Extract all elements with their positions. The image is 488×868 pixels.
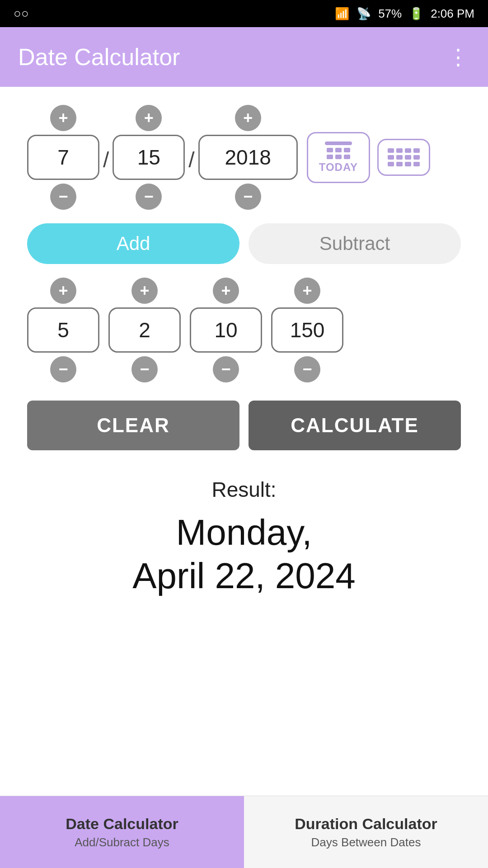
action-buttons: CLEAR CALCULATE xyxy=(27,401,461,450)
calendar-picker-button[interactable] xyxy=(377,139,430,176)
signal-icon: 📡 xyxy=(357,7,371,21)
status-right: 📶 📡 57% 🔋 2:06 PM xyxy=(335,7,474,21)
spinner1-decrement[interactable]: − xyxy=(50,356,76,382)
month-value[interactable]: 7 xyxy=(27,135,99,180)
day-decrement[interactable]: − xyxy=(136,184,162,210)
add-subtract-toggle: Add Subtract xyxy=(27,223,461,264)
spinner1-value[interactable]: 5 xyxy=(27,307,99,353)
calendar-grid-icon xyxy=(388,148,420,166)
day-spinner: + 15 − xyxy=(113,105,185,210)
spinner3-increment[interactable]: + xyxy=(213,278,239,304)
day-value[interactable]: 15 xyxy=(113,135,185,180)
month-increment[interactable]: + xyxy=(50,105,76,131)
year-increment[interactable]: + xyxy=(235,105,261,131)
battery-level: 57% xyxy=(378,7,402,21)
tab1-subtitle: Add/Subract Days xyxy=(75,835,169,849)
spinner-1: + 5 − xyxy=(27,278,99,382)
add-button[interactable]: Add xyxy=(27,223,239,264)
day-increment[interactable]: + xyxy=(136,105,162,131)
spinner2-value[interactable]: 2 xyxy=(108,307,181,353)
app-header: Date Calculator ⋮ xyxy=(0,27,488,87)
notification-icon: ○○ xyxy=(14,6,29,21)
spinner2-decrement[interactable]: − xyxy=(131,356,158,382)
tab1-title: Date Calculator xyxy=(66,815,178,833)
spinner4-decrement[interactable]: − xyxy=(294,356,320,382)
spinner-3: + 10 − xyxy=(190,278,262,382)
result-value: Monday, April 22, 2024 xyxy=(36,511,452,598)
month-spinner: + 7 − xyxy=(27,105,99,210)
tab-duration-calculator[interactable]: Duration Calculator Days Between Dates xyxy=(244,796,488,868)
today-icon xyxy=(325,142,352,159)
year-spinner: + 2018 − xyxy=(198,105,298,210)
time-display: 2:06 PM xyxy=(431,7,474,21)
spinner-2: + 2 − xyxy=(108,278,181,382)
tab2-title: Duration Calculator xyxy=(295,815,437,833)
date-input-row: + 7 − / + 15 − / + 2018 − xyxy=(27,105,461,210)
spinner-4: + 150 − xyxy=(271,278,343,382)
spinner4-increment[interactable]: + xyxy=(294,278,320,304)
today-button[interactable]: TODAY xyxy=(307,132,370,183)
year-value[interactable]: 2018 xyxy=(198,135,298,180)
bottom-navigation: Date Calculator Add/Subract Days Duratio… xyxy=(0,796,488,868)
menu-button[interactable]: ⋮ xyxy=(447,44,470,70)
spinner3-decrement[interactable]: − xyxy=(213,356,239,382)
spinner4-value[interactable]: 150 xyxy=(271,307,343,353)
result-label: Result: xyxy=(36,477,452,502)
main-content: + 7 − / + 15 − / + 2018 − xyxy=(0,87,488,625)
app-title: Date Calculator xyxy=(18,43,180,71)
clear-button[interactable]: CLEAR xyxy=(27,401,239,450)
today-label: TODAY xyxy=(319,161,358,174)
result-section: Result: Monday, April 22, 2024 xyxy=(27,468,461,607)
spinner1-increment[interactable]: + xyxy=(50,278,76,304)
result-line2: April 22, 2024 xyxy=(36,554,452,598)
status-bar: ○○ 📶 📡 57% 🔋 2:06 PM xyxy=(0,0,488,27)
slash-2: / xyxy=(188,147,194,172)
spinner3-value[interactable]: 10 xyxy=(190,307,262,353)
subtract-button[interactable]: Subtract xyxy=(249,223,461,264)
month-decrement[interactable]: − xyxy=(50,184,76,210)
year-decrement[interactable]: − xyxy=(235,184,261,210)
tab-date-calculator[interactable]: Date Calculator Add/Subract Days xyxy=(0,796,244,868)
wifi-icon: 📶 xyxy=(335,7,349,21)
calendar-buttons: TODAY xyxy=(307,132,430,183)
slash-1: / xyxy=(103,147,109,172)
calculate-button[interactable]: CALCULATE xyxy=(249,401,461,450)
spinner2-increment[interactable]: + xyxy=(131,278,158,304)
status-left: ○○ xyxy=(14,6,29,21)
result-line1: Monday, xyxy=(36,511,452,554)
secondary-spinners-row: + 5 − + 2 − + 10 − + 150 − xyxy=(27,278,461,382)
tab2-subtitle: Days Between Dates xyxy=(311,835,421,849)
battery-icon: 🔋 xyxy=(409,7,423,21)
